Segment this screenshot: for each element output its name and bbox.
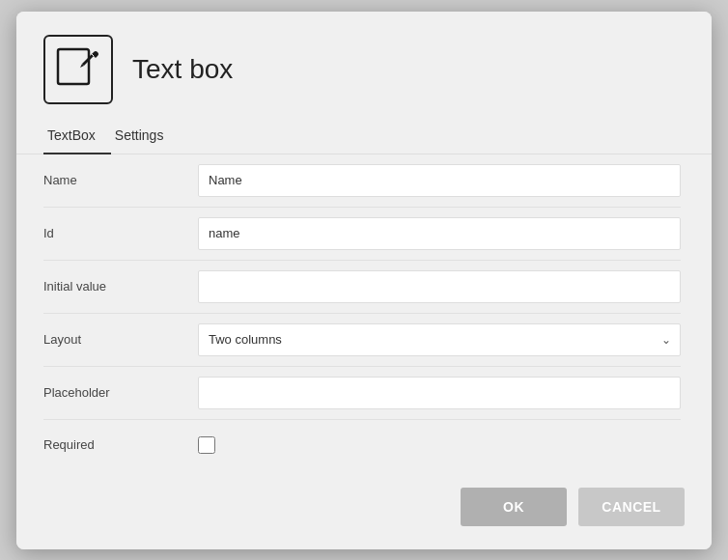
ok-button[interactable]: OK	[461, 488, 567, 526]
field-initial-value-label: Initial value	[43, 279, 198, 294]
dialog-header: Text box	[16, 12, 712, 120]
svg-rect-0	[58, 49, 89, 84]
field-id-input[interactable]	[198, 217, 681, 250]
field-layout-row: Layout Two columns ⌄	[43, 314, 681, 367]
field-id-label: Id	[43, 226, 198, 240]
form-content: Name Id Initial value Layout Two columns	[43, 154, 685, 470]
field-layout-label: Layout	[43, 332, 198, 347]
field-required-label: Required	[43, 437, 198, 452]
tabs-row: TextBox Settings	[16, 120, 712, 154]
field-name-row: Name	[43, 154, 681, 208]
field-layout-value: Two columns	[209, 332, 282, 347]
tab-textbox[interactable]: TextBox	[43, 120, 111, 154]
field-placeholder-input[interactable]	[198, 377, 681, 409]
field-name-input[interactable]	[198, 164, 681, 197]
edit-pencil-icon	[53, 44, 103, 95]
field-initial-value-input[interactable]	[198, 270, 681, 303]
field-placeholder-label: Placeholder	[43, 385, 198, 400]
dialog-title: Text box	[132, 54, 233, 85]
tab-settings[interactable]: Settings	[111, 120, 180, 154]
field-layout-select-wrapper: Two columns ⌄	[198, 323, 681, 356]
field-id-row: Id	[43, 208, 681, 261]
form-area: Name Id Initial value Layout Two columns	[16, 154, 712, 470]
field-name-label: Name	[43, 173, 198, 187]
field-placeholder-row: Placeholder	[43, 367, 681, 420]
dialog: Text box TextBox Settings Name Id Initia…	[16, 12, 712, 549]
dialog-footer: OK CANCEL	[16, 470, 712, 549]
field-layout-select[interactable]: Two columns	[198, 323, 681, 356]
header-icon	[43, 35, 113, 104]
field-required-row: Required	[43, 420, 681, 470]
field-initial-value-row: Initial value	[43, 261, 681, 314]
cancel-button[interactable]: CANCEL	[578, 488, 685, 526]
field-required-checkbox[interactable]	[198, 436, 215, 454]
